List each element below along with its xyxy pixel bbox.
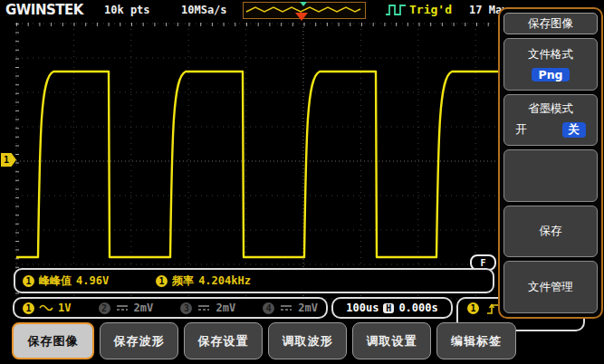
dc-coupling-icon xyxy=(115,303,129,312)
measurement-bar: 1 峰峰值 4.96V 1 频率 4.204kHz xyxy=(14,268,494,293)
trigger-source-badge: 1 xyxy=(467,302,479,314)
channel4-badge: 4 xyxy=(263,302,274,314)
channel3-badge: 3 xyxy=(180,302,192,314)
memory-trigger-position-icon xyxy=(300,2,307,6)
measurement-value: 4.204kHz xyxy=(198,274,251,287)
trigger-status: Trig'd xyxy=(409,3,452,16)
channel3-status[interactable]: 3 2mV xyxy=(180,302,235,314)
channel1-badge: 1 xyxy=(23,275,34,287)
channel1-badge: 1 xyxy=(156,275,168,287)
channel1-status[interactable]: 1 1V xyxy=(23,302,71,314)
trigger-type-square-icon xyxy=(384,3,407,17)
channel2-badge: 2 xyxy=(99,302,110,314)
channel2-status[interactable]: 2 2mV xyxy=(99,302,154,314)
channel1-ground-marker[interactable]: 1 xyxy=(1,153,16,167)
trigger-position-marker[interactable] xyxy=(295,13,308,21)
channel3-scale: 2mV xyxy=(216,302,235,314)
channel1-badge: 1 xyxy=(23,302,34,314)
timebase-position: 0.000s xyxy=(398,302,437,314)
memory-depth: 10k pts xyxy=(104,4,150,16)
menu-recall-setup-button[interactable]: 调取设置 xyxy=(352,322,431,359)
file-utilities-button[interactable]: 文件管理 xyxy=(503,261,598,313)
side-menu-panel: 保存图像 文件格式 Png 省墨模式 开 关 保存 文件管理 xyxy=(498,7,603,319)
channel4-status[interactable]: 4 2mV xyxy=(263,302,318,314)
ink-saver-off-option[interactable]: 关 xyxy=(562,122,587,138)
menu-save-image-button[interactable]: 保存图像 xyxy=(12,322,94,359)
horizontal-badge: H xyxy=(383,303,394,313)
channel2-scale: 2mV xyxy=(134,302,154,314)
timebase-scale: 100us xyxy=(346,302,379,314)
file-format-label: 文件格式 xyxy=(528,47,573,62)
save-button[interactable]: 保存 xyxy=(503,206,598,258)
sample-rate: 10MSa/s xyxy=(181,4,227,16)
brand-logo: GWINSTEK xyxy=(5,2,83,18)
timebase-readout[interactable]: 100us H 0.000s xyxy=(331,297,453,319)
channel4-scale: 2mV xyxy=(298,302,318,314)
empty-menu-slot xyxy=(503,149,598,202)
measurement-name: 峰峰值 xyxy=(39,273,72,289)
side-menu-title: 保存图像 xyxy=(503,13,598,34)
ink-saver-button[interactable]: 省墨模式 开 关 xyxy=(503,94,598,147)
menu-save-waveform-button[interactable]: 保存波形 xyxy=(100,322,178,359)
dc-coupling-icon xyxy=(279,303,293,312)
measurement-pk2pk: 1 峰峰值 4.96V xyxy=(23,273,109,289)
channel1-scale: 1V xyxy=(58,302,71,314)
file-utilities-label: 文件管理 xyxy=(528,280,573,295)
ink-saver-on-option[interactable]: 开 xyxy=(515,122,527,138)
menu-edit-label-button[interactable]: 编辑标签 xyxy=(436,322,516,359)
save-button-label: 保存 xyxy=(540,224,562,239)
measurement-name: 频率 xyxy=(172,273,194,289)
menu-save-setup-button[interactable]: 保存设置 xyxy=(184,322,263,359)
ink-saver-label: 省墨模式 xyxy=(528,101,573,117)
file-format-button[interactable]: 文件格式 Png xyxy=(503,38,598,91)
menu-recall-waveform-button[interactable]: 调取波形 xyxy=(268,322,347,359)
file-format-value: Png xyxy=(532,68,569,81)
measurement-frequency: 1 频率 4.204kHz xyxy=(156,273,251,289)
ac-coupling-icon xyxy=(39,303,53,312)
dc-coupling-icon xyxy=(197,303,211,312)
channel-status-bar: 1 1V 2 2mV 3 2mV 4 2mV xyxy=(13,297,328,319)
measurement-value: 4.96V xyxy=(76,274,109,287)
